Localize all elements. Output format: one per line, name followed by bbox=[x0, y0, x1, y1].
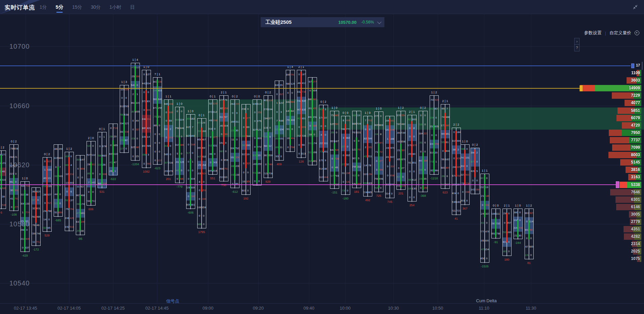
collapse-icon[interactable] bbox=[633, 4, 638, 10]
candle-delta-label: 829 bbox=[265, 180, 270, 183]
candle-body-down bbox=[506, 213, 507, 242]
imbalance-count-label: 1 | 0 bbox=[376, 107, 381, 110]
footprint-chart[interactable]: 1070010660106201058010540265912735221211… bbox=[0, 14, 644, 314]
candle-delta-label: 126 bbox=[299, 160, 304, 163]
candle-body-up bbox=[278, 121, 280, 154]
volume-profile-value: 2025 bbox=[631, 248, 640, 255]
candle-body-up bbox=[234, 127, 235, 180]
candle-body-down bbox=[323, 109, 324, 152]
volume-profile-row: 5851 bbox=[574, 107, 641, 114]
candle-delta-label: 551 bbox=[210, 177, 215, 180]
imbalance-count-label: 1 | 2 bbox=[526, 204, 532, 207]
candle-body-down bbox=[301, 72, 302, 148]
candle-body-up bbox=[484, 175, 485, 217]
imbalance-count-label: 7 | 1 bbox=[154, 73, 160, 76]
price-line-magenta bbox=[0, 184, 616, 185]
imbalance-count-label: 1 | 1 bbox=[165, 95, 171, 98]
x-axis-label: 10:50 bbox=[432, 306, 443, 311]
footprint-candle: 0162514334013795155138892732527124717861… bbox=[43, 157, 52, 232]
volume-profile-row: 3816 bbox=[574, 167, 641, 173]
imbalance-count-label: 1 | 0 bbox=[331, 106, 337, 109]
imbalance-count-label: 0 | 2 bbox=[265, 91, 271, 94]
footprint-candle: 3952791256521250018298414064179924069101… bbox=[286, 70, 295, 152]
tab-timeframe-1小时[interactable]: 1小时 bbox=[109, 0, 121, 14]
imbalance-count-label: 0 | 0 bbox=[342, 111, 348, 115]
footprint-candle: 3800192022817082130 bbox=[514, 209, 523, 239]
volume-profile-value: 4282 bbox=[631, 233, 640, 240]
footprint-candle: 7019201623832290025330500104105831920273… bbox=[430, 95, 439, 175]
volume-profile-value: 14909 bbox=[629, 85, 640, 91]
volume-profile-row: 4077 bbox=[574, 100, 641, 106]
candle-body-up bbox=[378, 143, 379, 188]
candle-body-up bbox=[528, 220, 530, 239]
volume-profile-value: 2779 bbox=[631, 219, 640, 225]
orderflow-app: 实时订单流 ? 1分5分15分30分1小时日 工业硅2505 10570.00 … bbox=[0, 0, 644, 314]
candle-delta-label: -779 bbox=[176, 185, 182, 188]
footprint-candle: 0026441197581848172203158865013122126240… bbox=[175, 107, 184, 183]
v-gridline bbox=[531, 14, 531, 303]
candle-body-down bbox=[389, 119, 390, 162]
candle-delta-label: 41 bbox=[454, 217, 458, 220]
footprint-candle: 0197146014133321730742153524791635242066… bbox=[297, 70, 306, 158]
candle-body-down bbox=[367, 124, 368, 158]
cum-delta-toggle[interactable]: Cum Delta bbox=[476, 298, 496, 303]
custom-volume-price-button[interactable]: 自定义量价 bbox=[609, 30, 631, 36]
volume-profile-row: 4282 bbox=[574, 233, 641, 240]
footprint-candle: 6317023153830013311774151632660211190503… bbox=[20, 181, 30, 252]
instrument-change: -0.56% bbox=[361, 20, 374, 25]
footprint-candle: 1747682658310571401604013631540987004554… bbox=[219, 95, 228, 181]
footprint-candle: 2417317410004012255111738591179941438113… bbox=[319, 105, 328, 181]
h-gridline bbox=[0, 283, 644, 283]
candle-body-up bbox=[179, 137, 180, 180]
tab-timeframe-5分[interactable]: 5分 bbox=[56, 0, 63, 14]
candle-body-down bbox=[411, 121, 413, 157]
tab-timeframe-30分[interactable]: 30分 bbox=[91, 0, 101, 14]
candle-body-up bbox=[356, 137, 357, 185]
volume-profile-row: 2314 bbox=[574, 241, 641, 247]
imbalance-count-label: 1 | 2 bbox=[398, 106, 404, 109]
volume-profile-value: 7950 bbox=[631, 130, 640, 136]
instrument-name: 工业硅2505 bbox=[265, 19, 291, 26]
imbalance-count-label: 1 | 4 bbox=[132, 58, 138, 61]
candle-body-down bbox=[146, 90, 147, 154]
volume-profile-value: 7229 bbox=[631, 92, 640, 99]
tab-timeframe-15分[interactable]: 15分 bbox=[72, 0, 82, 14]
volume-profile-value: 5338 bbox=[631, 182, 640, 188]
imbalance-count-label: 1 | 0 bbox=[515, 204, 521, 207]
candle-body-up bbox=[123, 116, 125, 147]
y-axis-label: 10620 bbox=[9, 161, 30, 169]
params-settings-button[interactable]: 参数设置 bbox=[584, 30, 602, 36]
price-line-blue bbox=[0, 65, 631, 66]
footprint-candle: 2621593080017818762060513510015534121191… bbox=[408, 115, 417, 201]
volume-profile-value: 3163 bbox=[631, 174, 640, 180]
imbalance-count-label: 0 | 2 bbox=[472, 143, 478, 146]
x-axis-label: 02-17 13:45 bbox=[14, 306, 37, 311]
volume-profile-row: 7099 bbox=[574, 144, 641, 151]
footprint-candle: 1635024904121210133930678713775276420614… bbox=[65, 152, 74, 231]
imbalance-count-label: 0 | 2 bbox=[44, 152, 50, 156]
candle-delta-label: 1795 bbox=[198, 230, 205, 234]
candle-delta-label: 6 bbox=[0, 211, 2, 214]
candle-delta-label: -612 bbox=[232, 190, 238, 193]
visibility-icon[interactable] bbox=[635, 31, 639, 35]
panel-help-button[interactable]: ? bbox=[574, 45, 580, 51]
footprint-candle: 5282027251249698316001875202133136002436… bbox=[208, 99, 217, 175]
candle-body-down bbox=[245, 113, 247, 168]
candle-delta-label: 738 bbox=[221, 183, 226, 187]
candle-body-down bbox=[201, 128, 202, 191]
x-axis-label: 02-17 14:25 bbox=[101, 306, 124, 311]
candle-delta-label: 409 bbox=[276, 163, 281, 166]
imbalance-count-label: 1 | 0 bbox=[187, 109, 193, 113]
help-icon[interactable]: ? bbox=[30, 4, 35, 10]
tab-timeframe-日[interactable]: 日 bbox=[130, 0, 135, 14]
instrument-selector[interactable]: 工业硅2505 10570.00 -0.56% bbox=[261, 17, 384, 27]
candle-body-up bbox=[157, 80, 158, 125]
tab-timeframe-1分[interactable]: 1分 bbox=[40, 0, 47, 14]
candle-delta-label: 192 bbox=[243, 197, 248, 200]
candle-delta-label: 81 bbox=[527, 261, 531, 265]
expand-panel-button[interactable]: › bbox=[574, 38, 580, 45]
signal-point-toggle[interactable]: 信号点 bbox=[166, 298, 179, 304]
sell-volume-segment bbox=[612, 92, 634, 99]
footprint-candle: 4891868016800552492069215400589015792161… bbox=[164, 99, 173, 175]
footprint-candle: 0184315394382018392489557427831109115440… bbox=[452, 128, 461, 215]
